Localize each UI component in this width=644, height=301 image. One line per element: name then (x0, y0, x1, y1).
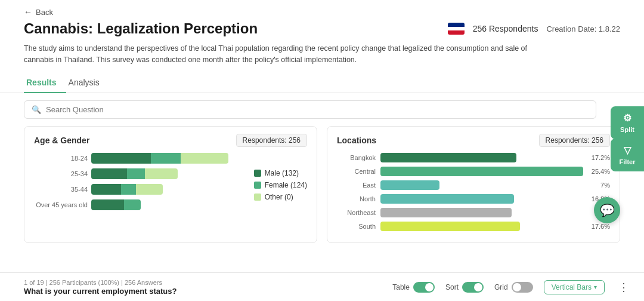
grid-toggle-label: Grid (494, 283, 508, 291)
search-bar: 🔍 (24, 100, 596, 119)
male-legend-dot (254, 170, 261, 177)
age-gender-bars: 18-24 25-34 35-44 (34, 153, 247, 215)
sort-toggle[interactable] (462, 282, 484, 293)
sort-toggle-group: Sort (445, 282, 484, 293)
page-title: Cannabis: Legalization Perception (24, 20, 258, 37)
grid-toggle[interactable] (512, 282, 533, 293)
table-row: South 17.6% (337, 222, 610, 231)
filter-label: Filter (620, 158, 636, 165)
vertical-bars-button[interactable]: Vertical Bars ▾ (544, 280, 605, 294)
split-button[interactable]: ⚙ Split (611, 106, 644, 139)
list-item: Other (0) (254, 193, 307, 201)
locations-respondents: Respondents: 256 (539, 134, 610, 147)
table-row: Northeast 16% (337, 208, 610, 217)
female-legend-label: Female (124) (265, 181, 307, 189)
female-legend-dot (254, 182, 261, 189)
other-legend-dot (254, 194, 261, 201)
back-arrow-icon: ← (24, 7, 32, 17)
filter-button[interactable]: ▽ Filter (611, 139, 644, 171)
age-gender-respondents: Respondents: 256 (236, 134, 307, 147)
respondents-count: 256 Respondents (473, 24, 538, 33)
age-gender-title: Age & Gender (34, 136, 89, 145)
table-toggle-label: Table (392, 283, 410, 291)
table-row: East 7% (337, 180, 610, 190)
chevron-down-icon: ▾ (594, 284, 597, 290)
grid-toggle-group: Grid (494, 282, 533, 293)
locations-chart: Locations Respondents: 256 Bangkok 17.2%… (327, 126, 620, 243)
back-label: Back (36, 8, 53, 17)
table-row: Central 25.4% (337, 167, 610, 176)
table-toggle[interactable] (413, 282, 435, 293)
country-flag (448, 23, 465, 35)
bottom-info-line1: 1 of 19 | 256 Participants (100%) | 256 … (24, 279, 392, 286)
male-legend-label: Male (132) (265, 169, 299, 177)
tab-analysis[interactable]: Analysis (66, 74, 109, 93)
table-row: 18-24 (34, 153, 247, 164)
chat-icon: 💬 (600, 203, 615, 217)
chat-button[interactable]: 💬 (594, 197, 620, 223)
search-icon: 🔍 (32, 105, 41, 114)
list-item: Female (124) (254, 181, 307, 189)
bottom-question-text: What is your current employment status? (24, 287, 392, 296)
filter-icon: ▽ (624, 145, 631, 156)
split-icon: ⚙ (623, 112, 631, 124)
list-item: Male (132) (254, 169, 307, 177)
bottom-bar: 1 of 19 | 256 Participants (100%) | 256 … (0, 272, 644, 301)
table-row: Bangkok 17.2% (337, 153, 610, 162)
age-gender-chart: Age & Gender Respondents: 256 18-24 25-3… (24, 126, 317, 243)
more-icon: ⋮ (618, 281, 629, 294)
table-row: North 16.8% (337, 194, 610, 204)
age-gender-legend: Male (132) Female (124) Other (0) (254, 153, 307, 215)
table-toggle-group: Table (392, 282, 435, 293)
sort-toggle-label: Sort (445, 283, 459, 291)
locations-bars: Bangkok 17.2% Central 25.4% East 7% Nort… (337, 153, 610, 231)
vertical-bars-label: Vertical Bars (552, 283, 592, 291)
more-options-button[interactable]: ⋮ (615, 279, 632, 296)
split-label: Split (620, 126, 634, 133)
tabs-bar: Results Analysis (0, 69, 644, 93)
bottom-info: 1 of 19 | 256 Participants (100%) | 256 … (24, 279, 392, 296)
search-input[interactable] (46, 105, 589, 114)
table-row: 35-44 (34, 184, 247, 195)
creation-date: Creation Date: 1.8.22 (546, 24, 620, 33)
other-legend-label: Other (0) (265, 193, 293, 201)
table-row: 25-34 (34, 168, 247, 179)
locations-title: Locations (337, 136, 376, 145)
bottom-controls: Table Sort Grid Vertical Bars ▾ ⋮ (392, 279, 632, 296)
table-row: Over 45 years old (34, 199, 247, 210)
charts-row: Age & Gender Respondents: 256 18-24 25-3… (0, 126, 644, 243)
survey-description: The study aims to understand the perspec… (0, 37, 572, 66)
back-button[interactable]: ← Back (24, 7, 620, 17)
tab-results[interactable]: Results (24, 74, 66, 93)
